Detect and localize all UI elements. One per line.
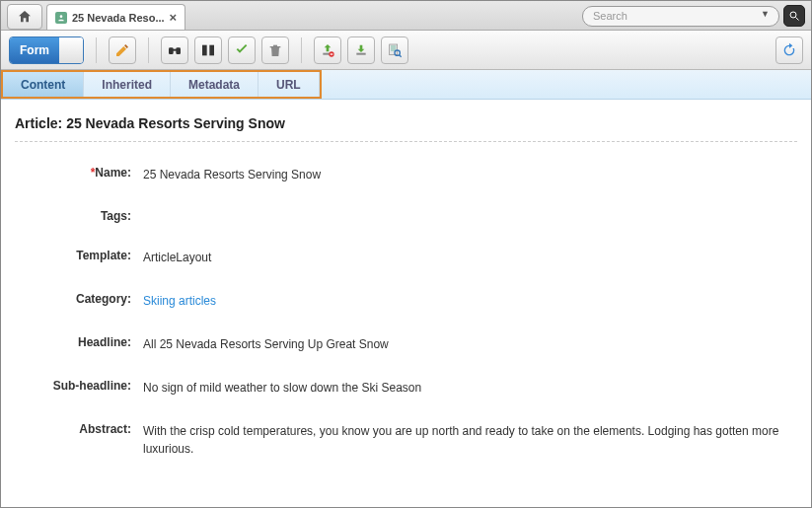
field-headline: Headline: All 25 Nevada Resorts Serving … xyxy=(15,335,797,353)
search-icon xyxy=(788,10,800,22)
form-toggle-alt xyxy=(59,37,83,63)
home-icon xyxy=(17,9,33,25)
divider xyxy=(15,141,797,142)
tab-inherited[interactable]: Inherited xyxy=(84,72,171,97)
field-value-abstract: With the crisp cold temperatures, you kn… xyxy=(143,422,797,458)
download-button[interactable] xyxy=(347,36,375,64)
tab-content[interactable]: Content xyxy=(3,72,84,97)
check-icon xyxy=(234,42,250,58)
field-value-category[interactable]: Skiing articles xyxy=(143,292,797,310)
field-abstract: Abstract: With the crisp cold temperatur… xyxy=(15,422,797,458)
toolbar: Form xyxy=(1,31,811,70)
find-button[interactable] xyxy=(161,36,188,64)
svg-rect-4 xyxy=(176,47,181,54)
approve-button[interactable] xyxy=(228,36,256,64)
field-label-subheadline: Sub-headline: xyxy=(15,379,143,393)
field-subheadline: Sub-headline: No sign of mild weather to… xyxy=(15,379,797,397)
field-value-template: ArticleLayout xyxy=(143,249,797,266)
upload-remove-icon xyxy=(320,42,335,58)
field-value-headline: All 25 Nevada Resorts Serving Up Great S… xyxy=(143,335,797,353)
top-bar: 25 Nevada Reso... × ▼ xyxy=(1,1,811,31)
field-value-subheadline: No sign of mild weather to slow down the… xyxy=(143,379,797,397)
field-label-name: *Name: xyxy=(15,166,143,180)
field-tags: Tags: xyxy=(15,209,797,223)
sub-tabs-highlight: Content Inherited Metadata URL xyxy=(1,70,322,99)
svg-line-2 xyxy=(796,18,799,21)
compare-icon xyxy=(200,42,216,58)
field-name: *Name: 25 Nevada Resorts Serving Snow xyxy=(15,166,797,183)
svg-rect-6 xyxy=(202,44,207,55)
form-toggle[interactable]: Form xyxy=(9,36,84,64)
download-icon xyxy=(353,42,369,58)
pencil-icon xyxy=(114,42,130,58)
svg-rect-3 xyxy=(169,47,174,54)
article-name: 25 Nevada Resorts Serving Snow xyxy=(66,115,285,131)
home-button[interactable] xyxy=(7,4,42,30)
search-area: ▼ xyxy=(582,5,811,30)
field-label-headline: Headline: xyxy=(15,335,143,349)
svg-rect-5 xyxy=(173,48,177,50)
document-tab[interactable]: 25 Nevada Reso... × xyxy=(46,4,185,30)
svg-point-0 xyxy=(60,15,63,18)
svg-rect-12 xyxy=(356,52,365,54)
refresh-icon xyxy=(781,42,797,58)
trash-icon xyxy=(267,42,283,58)
field-value-name: 25 Nevada Resorts Serving Snow xyxy=(143,166,797,183)
form-toggle-label: Form xyxy=(10,37,59,63)
field-label-tags: Tags: xyxy=(15,209,143,223)
svg-rect-8 xyxy=(270,46,281,47)
close-icon[interactable]: × xyxy=(170,10,178,25)
field-label-category: Category: xyxy=(15,292,143,306)
search-button[interactable] xyxy=(783,5,805,27)
sub-tabs: Content Inherited Metadata URL xyxy=(1,70,811,100)
field-label-template: Template: xyxy=(15,249,143,262)
field-category: Category: Skiing articles xyxy=(15,292,797,310)
page-search-icon xyxy=(387,42,403,58)
field-label-abstract: Abstract: xyxy=(15,422,143,436)
separator xyxy=(301,37,302,63)
svg-rect-11 xyxy=(331,53,333,54)
tab-url[interactable]: URL xyxy=(258,72,320,97)
search-input[interactable] xyxy=(582,6,779,27)
article-prefix: Article: xyxy=(15,115,66,131)
svg-point-1 xyxy=(790,12,796,18)
preview-button[interactable] xyxy=(381,36,408,64)
separator xyxy=(96,37,97,63)
upload-remove-button[interactable] xyxy=(314,36,341,64)
content-panel: Article: 25 Nevada Resorts Serving Snow … xyxy=(1,100,811,507)
svg-rect-7 xyxy=(209,44,214,55)
tab-title: 25 Nevada Reso... xyxy=(72,12,165,24)
compare-button[interactable] xyxy=(194,36,222,64)
edit-button[interactable] xyxy=(109,36,136,64)
svg-rect-13 xyxy=(390,44,398,55)
field-template: Template: ArticleLayout xyxy=(15,249,797,266)
binoculars-icon xyxy=(167,42,183,58)
user-icon xyxy=(55,12,67,24)
svg-line-18 xyxy=(400,54,402,56)
delete-button[interactable] xyxy=(261,36,289,64)
article-title: Article: 25 Nevada Resorts Serving Snow xyxy=(15,115,797,131)
refresh-button[interactable] xyxy=(775,36,803,64)
tab-metadata[interactable]: Metadata xyxy=(171,72,258,97)
separator xyxy=(148,37,149,63)
